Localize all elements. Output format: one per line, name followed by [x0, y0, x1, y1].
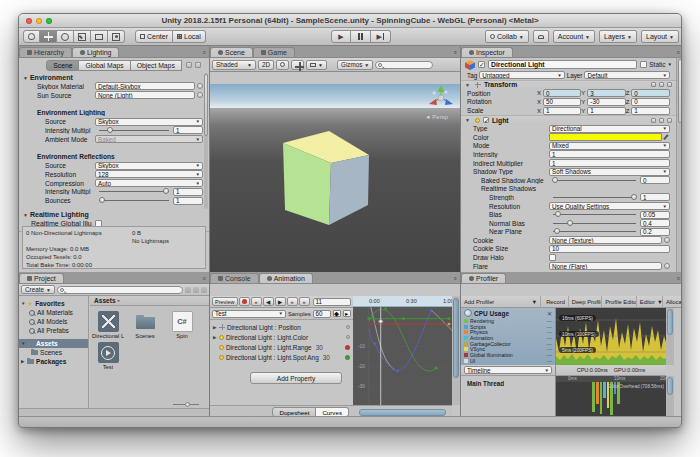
anim-prop-directional-light-position[interactable]: ▶Directional Light : Position	[210, 322, 353, 332]
intensity-multipl-value-field[interactable]: 1	[173, 188, 203, 196]
favorite-icon[interactable]	[193, 287, 199, 293]
intensity-multipl-value-field[interactable]: 1	[173, 126, 203, 134]
project-search-input[interactable]	[57, 286, 183, 294]
curves-vscrollbar[interactable]	[452, 296, 460, 405]
layer-dropdown[interactable]: Default▼	[584, 71, 670, 79]
intensity-field[interactable]: 1	[549, 150, 670, 158]
object-name-field[interactable]: Directional Light	[488, 60, 637, 69]
lighting-tab-scene[interactable]: Scene	[46, 60, 79, 71]
play-button[interactable]: ▶	[331, 30, 351, 43]
light-component-header[interactable]: ▼✓Light	[461, 115, 676, 125]
legend-ui[interactable]: UI—	[461, 358, 555, 364]
flare-field[interactable]: None (Flare)	[549, 262, 662, 270]
light-color-swatch[interactable]	[549, 133, 662, 141]
cookie-size-field[interactable]: 10	[549, 245, 670, 253]
anim-prop-directional-light-light-range[interactable]: Directional Light : Light.Range30	[210, 342, 353, 352]
position-x-field[interactable]: 0	[543, 89, 581, 97]
tab-console[interactable]: Console	[210, 273, 259, 283]
first-key-button[interactable]: «	[251, 297, 262, 306]
shadow-type-dropdown[interactable]: Soft Shadows▼	[549, 168, 670, 176]
profiler-view-dropdown[interactable]: Timeline▼	[464, 366, 552, 374]
add-property-button[interactable]: Add Property	[250, 372, 342, 384]
sun-source-field[interactable]: None (Light)	[95, 91, 195, 99]
help-icon[interactable]	[651, 82, 656, 87]
anim-prop-directional-light-light-spot-ang[interactable]: Directional Light : Light.Spot Ang30	[210, 352, 353, 362]
rotate-tool-button[interactable]	[57, 30, 74, 43]
step-button[interactable]: ▶	[371, 30, 391, 43]
add-event-icon[interactable]: ▸	[343, 310, 351, 317]
add-keyframe-icon[interactable]: ◆	[333, 310, 341, 317]
object-picker-icon[interactable]	[197, 92, 203, 98]
asset-scenes[interactable]: Scenes	[131, 311, 159, 339]
texture-icon[interactable]	[186, 62, 192, 68]
panel-menu-icon[interactable]: ≡	[203, 49, 207, 55]
mode-dropdown[interactable]: Mixed▼	[549, 142, 670, 150]
scene-search-input[interactable]	[375, 61, 433, 69]
baked-shadow-angle-value-field[interactable]: 0	[640, 176, 670, 184]
scale-tool-button[interactable]	[74, 30, 91, 43]
profiler-deep-profile-button[interactable]: Deep Profile	[569, 296, 603, 308]
cookie-field[interactable]: None (Texture)	[549, 236, 662, 244]
strength-value-field[interactable]: 1	[640, 193, 670, 201]
preset-icon[interactable]	[659, 82, 664, 87]
tab-project[interactable]: Project	[19, 273, 64, 283]
project-breadcrumb[interactable]: Assets▸	[90, 296, 209, 306]
resolution-dropdown[interactable]: 128▼	[95, 170, 203, 178]
tab-scene[interactable]: Scene	[210, 47, 253, 57]
scale-x-field[interactable]: 1	[543, 107, 581, 115]
samples-field[interactable]: 60	[313, 310, 331, 318]
layout-button[interactable]: Layout▼	[641, 30, 679, 43]
persp-label[interactable]: ◄ Persp	[425, 114, 448, 120]
preview-toggle[interactable]: Preview	[212, 297, 238, 306]
rect-tool-button[interactable]	[91, 30, 108, 43]
frame-field[interactable]: 11	[313, 298, 351, 306]
pivot-center-button[interactable]: Center	[135, 30, 173, 43]
close-window-icon[interactable]	[26, 18, 32, 24]
cpu-usage-graph[interactable]: 16ms (60FPS) 10ms (100FPS) 5ms (200FPS)	[556, 308, 666, 365]
normal-bias-value-field[interactable]: 0.4	[640, 219, 670, 227]
profiler-add-profiler-button[interactable]: Add Profiler▼	[461, 296, 541, 308]
tree-all-materials[interactable]: All Materials	[19, 308, 88, 317]
anim-prop-directional-light-light-color[interactable]: ▶Directional Light : Light.Color	[210, 332, 353, 342]
tab-hierarchy[interactable]: Hierarchy	[19, 47, 72, 57]
indirect-multiplier-field[interactable]: 1	[549, 159, 670, 167]
source-dropdown[interactable]: Skybox▼	[95, 118, 203, 126]
tree-favorites[interactable]: ▼★Favorites	[19, 299, 88, 308]
curve-editor[interactable]: 0:000:301:00	[353, 296, 452, 405]
layers-button[interactable]: Layers▼	[599, 30, 637, 43]
object-picker-icon[interactable]	[664, 237, 670, 243]
transform-component-header[interactable]: ▼Transform	[461, 80, 676, 90]
tree-all-models[interactable]: All Models	[19, 317, 88, 326]
pause-button[interactable]	[351, 30, 371, 43]
ambient-mode-dropdown[interactable]: Baked▼	[95, 135, 203, 143]
light-enabled-checkbox[interactable]: ✓	[483, 117, 489, 123]
bias-value-field[interactable]: 0.05	[640, 211, 670, 219]
rotation-x-field[interactable]: 50	[543, 98, 581, 106]
tab-animation[interactable]: Animation	[259, 273, 313, 283]
active-checkbox[interactable]: ✓	[478, 61, 485, 68]
timeline-graph[interactable]: 0ms10ms20ms EditorOverhead (708.56ms) ⌄	[556, 376, 666, 417]
cpu-usage-module[interactable]: CPU Usage✕ Rendering—Scripts—Physics—Ani…	[461, 308, 556, 365]
baked-shadow-angle-slider[interactable]	[552, 177, 558, 183]
resolution-dropdown[interactable]: Use Quality Settings▼	[549, 202, 670, 210]
strength-slider[interactable]	[631, 194, 637, 200]
lighting-tab-object-maps[interactable]: Object Maps	[131, 60, 182, 71]
pivot-local-button[interactable]: Local	[173, 30, 206, 43]
lighting-tab-global-maps[interactable]: Global Maps	[79, 60, 130, 71]
hand-tool-button[interactable]	[23, 30, 40, 43]
gear-icon[interactable]	[667, 82, 672, 87]
profiler-record-button[interactable]: Record	[541, 296, 569, 308]
asset-directional-li-[interactable]: Directional Li...	[94, 311, 122, 339]
effects-dropdown[interactable]: ▼	[306, 60, 327, 70]
minimize-window-icon[interactable]	[36, 18, 42, 24]
bounces-value-field[interactable]: 1	[173, 197, 203, 205]
hidden-icon[interactable]	[201, 287, 207, 293]
normal-bias-slider[interactable]	[567, 220, 573, 226]
source-dropdown[interactable]: Skybox▼	[95, 162, 203, 170]
lock-icon[interactable]: ≡	[677, 49, 681, 55]
scale-y-field[interactable]: 1	[587, 107, 625, 115]
type-dropdown[interactable]: Directional▼	[549, 125, 670, 133]
last-key-button[interactable]: »	[299, 297, 310, 306]
fold-icon[interactable]: ▼	[23, 75, 28, 81]
help-icon[interactable]	[651, 118, 656, 123]
